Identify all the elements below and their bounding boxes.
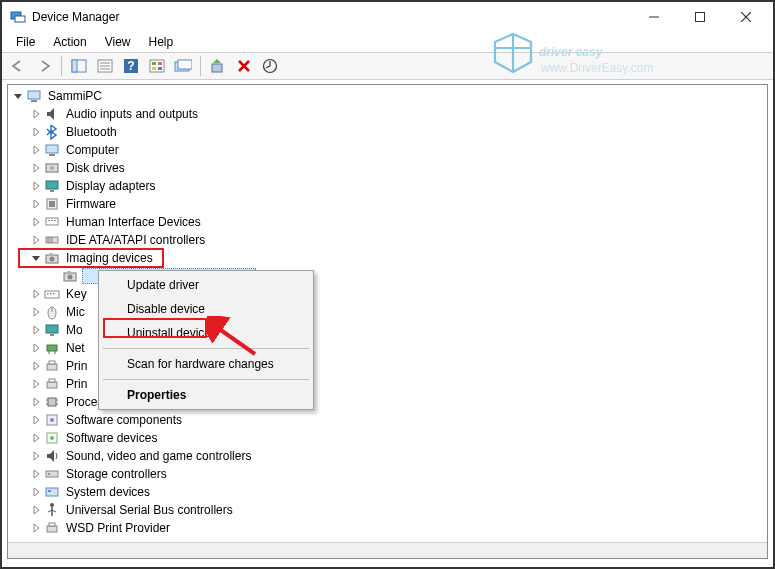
scan-button[interactable] [206, 54, 230, 78]
svg-rect-64 [48, 398, 56, 406]
svg-text:?: ? [127, 59, 134, 73]
uninstall-button[interactable] [232, 54, 256, 78]
menu-action[interactable]: Action [45, 33, 94, 51]
svg-rect-45 [49, 253, 53, 255]
chevron-right-icon[interactable] [30, 396, 42, 408]
svg-rect-16 [158, 62, 162, 65]
chevron-right-icon[interactable] [30, 414, 42, 426]
tree-category[interactable]: Disk drives [8, 159, 767, 177]
back-button[interactable] [6, 54, 30, 78]
chevron-down-icon[interactable] [30, 252, 42, 264]
chevron-right-icon[interactable] [30, 360, 42, 372]
chevron-right-icon[interactable] [30, 378, 42, 390]
tree-category-label: WSD Print Provider [64, 521, 172, 535]
context-menu: Update driverDisable deviceUninstall dev… [98, 270, 314, 410]
chevron-right-icon[interactable] [30, 324, 42, 336]
tree-category-label: Disk drives [64, 161, 127, 175]
svg-rect-76 [48, 490, 51, 492]
tree-category-label: Bluetooth [64, 125, 119, 139]
tree-category[interactable]: Firmware [8, 195, 767, 213]
chevron-right-icon[interactable] [30, 450, 42, 462]
chevron-right-icon[interactable] [30, 288, 42, 300]
chevron-right-icon[interactable] [30, 504, 42, 516]
firmware-icon [44, 196, 60, 212]
tree-category[interactable]: Imaging devices [8, 249, 767, 267]
chevron-right-icon[interactable] [30, 198, 42, 210]
chevron-right-icon[interactable] [30, 522, 42, 534]
menu-help[interactable]: Help [141, 33, 182, 51]
menu-file[interactable]: File [8, 33, 43, 51]
svg-rect-50 [47, 293, 49, 295]
toolbar-sep [200, 56, 201, 76]
tree-category[interactable]: Audio inputs and outputs [8, 105, 767, 123]
svg-rect-63 [49, 379, 55, 382]
svg-rect-55 [46, 325, 58, 333]
window-title: Device Manager [32, 10, 631, 24]
tree-category[interactable]: Sound, video and game controllers [8, 447, 767, 465]
chevron-right-icon[interactable] [30, 468, 42, 480]
tree-root[interactable]: SammiPC [8, 87, 767, 105]
svg-rect-17 [152, 67, 156, 70]
tree-category[interactable]: Computer [8, 141, 767, 159]
update-button[interactable] [258, 54, 282, 78]
printer-icon [44, 376, 60, 392]
menu-view[interactable]: View [97, 33, 139, 51]
tree-category[interactable]: Human Interface Devices [8, 213, 767, 231]
svg-rect-35 [46, 218, 58, 225]
tree-category[interactable]: WSD Print Provider [8, 519, 767, 537]
context-uninstall-device[interactable]: Uninstall device [101, 321, 311, 345]
svg-rect-32 [50, 190, 54, 192]
bluetooth-icon [44, 124, 60, 140]
tree-category-label: Key [64, 287, 89, 301]
tree-category-label: Universal Serial Bus controllers [64, 503, 235, 517]
chevron-right-icon[interactable] [30, 486, 42, 498]
tree-category[interactable]: Bluetooth [8, 123, 767, 141]
context-update-driver[interactable]: Update driver [101, 273, 311, 297]
svg-rect-60 [47, 364, 57, 370]
context-scan-for-hardware-changes[interactable]: Scan for hardware changes [101, 352, 311, 376]
help-button[interactable]: ? [119, 54, 143, 78]
chevron-right-icon[interactable] [30, 126, 42, 138]
tree-category-label: System devices [64, 485, 152, 499]
chevron-right-icon[interactable] [30, 306, 42, 318]
devices-by-button[interactable] [145, 54, 169, 78]
mouse-icon [44, 304, 60, 320]
chevron-right-icon[interactable] [30, 144, 42, 156]
properties-button[interactable] [93, 54, 117, 78]
tree-category[interactable]: Universal Serial Bus controllers [8, 501, 767, 519]
tree-category-label: Mo [64, 323, 85, 337]
chevron-right-icon[interactable] [30, 216, 42, 228]
show-hidden-button[interactable] [171, 54, 195, 78]
tree-category[interactable]: Software components [8, 411, 767, 429]
chevron-right-icon[interactable] [30, 180, 42, 192]
svg-rect-31 [46, 181, 58, 189]
chevron-right-icon[interactable] [30, 342, 42, 354]
tree-category[interactable]: Storage controllers [8, 465, 767, 483]
chevron-right-icon[interactable] [30, 108, 42, 120]
minimize-button[interactable] [631, 2, 677, 32]
show-all-button[interactable] [67, 54, 91, 78]
context-menu-sep [103, 379, 309, 380]
computer-icon [26, 88, 42, 104]
svg-point-44 [50, 257, 55, 262]
chevron-down-icon[interactable] [12, 90, 24, 102]
context-properties[interactable]: Properties [101, 383, 311, 407]
disk-icon [44, 160, 60, 176]
forward-button[interactable] [32, 54, 56, 78]
chevron-right-icon[interactable] [30, 432, 42, 444]
svg-point-77 [50, 503, 54, 507]
chevron-right-icon[interactable] [30, 162, 42, 174]
imaging-icon [62, 268, 78, 284]
app-icon [10, 9, 26, 25]
chevron-right-icon[interactable] [30, 234, 42, 246]
tree-category-label: Firmware [64, 197, 118, 211]
tree-category[interactable]: IDE ATA/ATAPI controllers [8, 231, 767, 249]
tree-category-label: Net [64, 341, 87, 355]
context-menu-sep [103, 348, 309, 349]
tree-category[interactable]: Software devices [8, 429, 767, 447]
tree-category[interactable]: System devices [8, 483, 767, 501]
tree-category[interactable]: Display adapters [8, 177, 767, 195]
maximize-button[interactable] [677, 2, 723, 32]
context-disable-device[interactable]: Disable device [101, 297, 311, 321]
close-button[interactable] [723, 2, 769, 32]
